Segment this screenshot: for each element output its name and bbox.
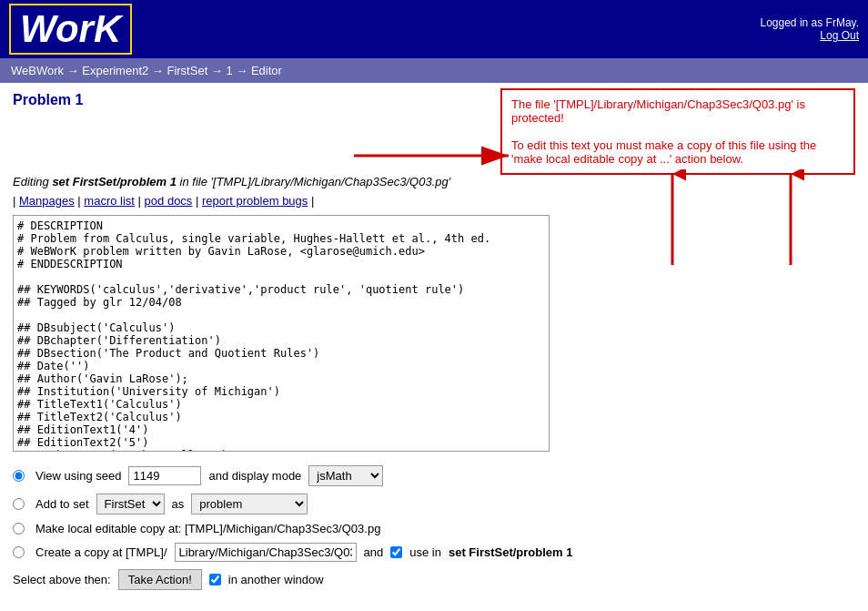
take-action-row: Select above then: Take Action! in anoth…	[13, 569, 855, 590]
bold-use: set FirstSet/problem 1	[449, 545, 573, 559]
take-action-button[interactable]: Take Action!	[118, 569, 202, 590]
alert-box: The file '[TMPL]/Library/Michigan/Chap3S…	[500, 88, 855, 175]
pipe5: |	[311, 194, 314, 208]
select-label: Select above then:	[13, 573, 111, 586]
macro-list-link[interactable]: macro list	[84, 194, 135, 208]
seed-input[interactable]	[128, 466, 201, 485]
as-select[interactable]: problem set header hardcopy header	[191, 494, 308, 514]
up-arrow-right	[777, 169, 804, 272]
view-seed-label: View using seed	[35, 469, 121, 483]
editor-area: # DESCRIPTION # Problem from Calculus, s…	[13, 215, 559, 454]
alert-line2: To edit this text you must make a copy o…	[511, 138, 816, 166]
logo: WorK	[9, 4, 132, 55]
breadcrumb: WeBWork → Experiment2 → FirstSet → 1 → E…	[0, 58, 868, 83]
add-to-set-radio[interactable]	[13, 498, 25, 510]
make-local-radio[interactable]	[13, 523, 25, 535]
report-link[interactable]: report problem bugs	[202, 194, 308, 208]
use-in-checkbox[interactable]	[390, 546, 402, 558]
display-mode-label: and display mode	[208, 469, 301, 483]
set-select[interactable]: FirstSet	[96, 494, 165, 514]
logout-link[interactable]: Log Out	[820, 29, 859, 42]
make-local-label: Make local editable copy at: [TMPL]/Mich…	[35, 522, 380, 535]
pipe4: |	[196, 194, 202, 208]
add-to-set-row: Add to set FirstSet as problem set heade…	[13, 494, 855, 514]
editing-prefix: Editing	[13, 175, 49, 188]
alert-line1: The file '[TMPL]/Library/Michigan/Chap3S…	[511, 97, 805, 125]
display-mode-select[interactable]: jsMath MathJax images plainText	[308, 465, 383, 486]
view-seed-row: View using seed and display mode jsMath …	[13, 465, 855, 486]
create-copy-row: Create a copy at [TMPL]/ and use in set …	[13, 543, 855, 562]
editing-file: '[TMPL]/Library/Michigan/Chap3Sec3/Q03.p…	[211, 175, 451, 188]
create-copy-label: Create a copy at [TMPL]/	[35, 545, 167, 559]
as-label: as	[172, 497, 185, 511]
logged-in-text: Logged in as FrMay.	[761, 16, 860, 29]
use-in-label: use in	[409, 545, 441, 559]
manpages-link[interactable]: Manpages	[19, 194, 75, 208]
another-window-checkbox[interactable]	[209, 574, 221, 586]
main-content: Problem 1 The file '[TMPL]/Library/Michi…	[0, 83, 868, 599]
code-editor[interactable]: # DESCRIPTION # Problem from Calculus, s…	[13, 215, 550, 452]
pod-docs-link[interactable]: pod docs	[145, 194, 193, 208]
links-row: | Manpages | macro list | pod docs | rep…	[13, 194, 855, 208]
create-copy-radio[interactable]	[13, 546, 25, 558]
pipe3: |	[138, 194, 145, 208]
view-seed-radio[interactable]	[13, 470, 25, 482]
breadcrumb-text: WeBWork → Experiment2 → FirstSet → 1 → E…	[11, 64, 282, 77]
login-info: Logged in as FrMay. Log Out	[761, 16, 860, 42]
editing-middle: in file	[180, 175, 207, 188]
header: WorK Logged in as FrMay. Log Out	[0, 0, 868, 58]
editing-info: Editing set FirstSet/problem 1 in file '…	[13, 175, 855, 188]
add-to-set-label: Add to set	[35, 497, 89, 511]
another-window-label: in another window	[228, 573, 324, 586]
make-local-row: Make local editable copy at: [TMPL]/Mich…	[13, 522, 855, 535]
and-label: and	[364, 545, 384, 559]
copy-path-input[interactable]	[175, 543, 357, 562]
up-arrow-left	[659, 169, 686, 272]
pipe1: |	[13, 194, 19, 208]
editing-bold: set FirstSet/problem 1	[52, 175, 177, 188]
right-arrow	[349, 142, 518, 172]
